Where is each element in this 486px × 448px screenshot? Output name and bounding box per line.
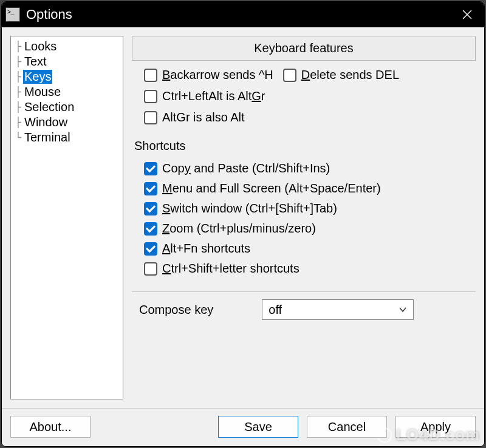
- shortcuts-list: Copy and Paste (Ctrl/Shift+Ins)Menu and …: [132, 161, 476, 276]
- keyboard-check-row-1: Backarrow sends ^H Delete sends DEL: [132, 68, 476, 82]
- shortcut-check-2[interactable]: Switch window (Ctrl+[Shift+]Tab): [144, 202, 476, 216]
- sidebar-item-label: Looks: [23, 39, 58, 53]
- sidebar-item-label: Window: [23, 115, 69, 129]
- tree-connector-icon: ├: [13, 56, 23, 67]
- apply-button[interactable]: Apply: [395, 416, 476, 438]
- check-label: Copy and Paste (Ctrl/Shift+Ins): [162, 161, 330, 175]
- tree-connector-icon: ├: [13, 101, 23, 113]
- check-label: Ctrl+LeftAlt is AltGr: [162, 89, 265, 103]
- check-altgr-also-alt[interactable]: AltGr is also Alt: [144, 110, 476, 124]
- sidebar-item-label: Text: [23, 55, 48, 69]
- sidebar-item-label: Mouse: [23, 85, 62, 99]
- check-label: Zoom (Ctrl+plus/minus/zero): [162, 222, 316, 236]
- tree-connector-icon: ├: [13, 86, 23, 98]
- checkbox-icon: [144, 222, 157, 236]
- check-ctrl-leftalt-altgr[interactable]: Ctrl+LeftAlt is AltGr: [144, 89, 476, 103]
- checkbox-icon: [144, 162, 157, 175]
- compose-key-label: Compose key: [139, 303, 213, 317]
- check-label: Switch window (Ctrl+[Shift+]Tab): [162, 202, 337, 216]
- shortcut-check-4[interactable]: Alt+Fn shortcuts: [144, 242, 476, 256]
- close-icon: [462, 10, 472, 19]
- compose-key-value: off: [269, 303, 282, 317]
- shortcut-check-5[interactable]: Ctrl+Shift+letter shortcuts: [144, 262, 476, 276]
- save-button[interactable]: Save: [218, 416, 298, 438]
- settings-panel: Keyboard features Backarrow sends ^H Del…: [132, 36, 476, 399]
- check-delete-del[interactable]: Delete sends DEL: [283, 68, 399, 82]
- shortcut-check-0[interactable]: Copy and Paste (Ctrl/Shift+Ins): [144, 161, 476, 175]
- check-label: Alt+Fn shortcuts: [162, 242, 250, 256]
- tree-connector-icon: ├: [13, 41, 23, 52]
- sidebar-item-label: Keys: [23, 70, 52, 84]
- close-button[interactable]: [450, 2, 484, 27]
- compose-key-row: Compose key off: [132, 291, 476, 322]
- shortcuts-section-label: Shortcuts: [132, 139, 476, 153]
- sidebar-item-looks[interactable]: ├Looks: [13, 39, 120, 54]
- checkbox-icon: [144, 202, 157, 216]
- check-label: Ctrl+Shift+letter shortcuts: [162, 262, 299, 276]
- checkbox-icon: [144, 111, 157, 124]
- tree-connector-icon: └: [13, 132, 23, 143]
- sidebar-item-label: Terminal: [23, 131, 72, 144]
- sidebar-item-window[interactable]: ├Window: [13, 115, 120, 130]
- shortcut-check-1[interactable]: Menu and Full Screen (Alt+Space/Enter): [144, 182, 476, 195]
- checkbox-icon: [144, 69, 157, 82]
- dialog-footer: About... Save Cancel Apply: [2, 408, 484, 446]
- checkbox-icon: [144, 90, 157, 103]
- tree-connector-icon: ├: [13, 71, 23, 83]
- checkbox-icon: [144, 182, 157, 195]
- panel-group-title: Keyboard features: [132, 36, 476, 61]
- check-label: Menu and Full Screen (Alt+Space/Enter): [162, 182, 381, 195]
- tree-connector-icon: ├: [13, 117, 23, 128]
- shortcut-check-3[interactable]: Zoom (Ctrl+plus/minus/zero): [144, 222, 476, 236]
- sidebar-item-mouse[interactable]: ├Mouse: [13, 84, 120, 100]
- check-label: Backarrow sends ^H: [162, 68, 273, 82]
- titlebar: >_ Options: [2, 2, 484, 27]
- sidebar-item-selection[interactable]: ├Selection: [13, 100, 120, 115]
- compose-key-select[interactable]: off: [262, 299, 414, 320]
- content-area: ├Looks├Text├Keys├Mouse├Selection├Window└…: [2, 27, 484, 408]
- cancel-button[interactable]: Cancel: [307, 416, 387, 438]
- checkbox-icon: [283, 69, 296, 82]
- category-tree[interactable]: ├Looks├Text├Keys├Mouse├Selection├Window└…: [10, 36, 123, 399]
- options-window: >_ Options ├Looks├Text├Keys├Mouse├Select…: [1, 1, 485, 447]
- sidebar-item-terminal[interactable]: └Terminal: [13, 130, 120, 145]
- window-title: Options: [26, 7, 450, 22]
- terminal-app-icon: >_: [5, 7, 20, 22]
- chevron-down-icon: [399, 305, 407, 314]
- sidebar-item-label: Selection: [23, 100, 75, 114]
- sidebar-item-text[interactable]: ├Text: [13, 54, 120, 69]
- check-label: AltGr is also Alt: [162, 110, 245, 124]
- check-backarrow-h[interactable]: Backarrow sends ^H: [144, 68, 273, 82]
- checkbox-icon: [144, 242, 157, 256]
- check-label: Delete sends DEL: [301, 68, 399, 82]
- about-button[interactable]: About...: [10, 416, 91, 438]
- checkbox-icon: [144, 262, 157, 276]
- sidebar-item-keys[interactable]: ├Keys: [13, 69, 120, 84]
